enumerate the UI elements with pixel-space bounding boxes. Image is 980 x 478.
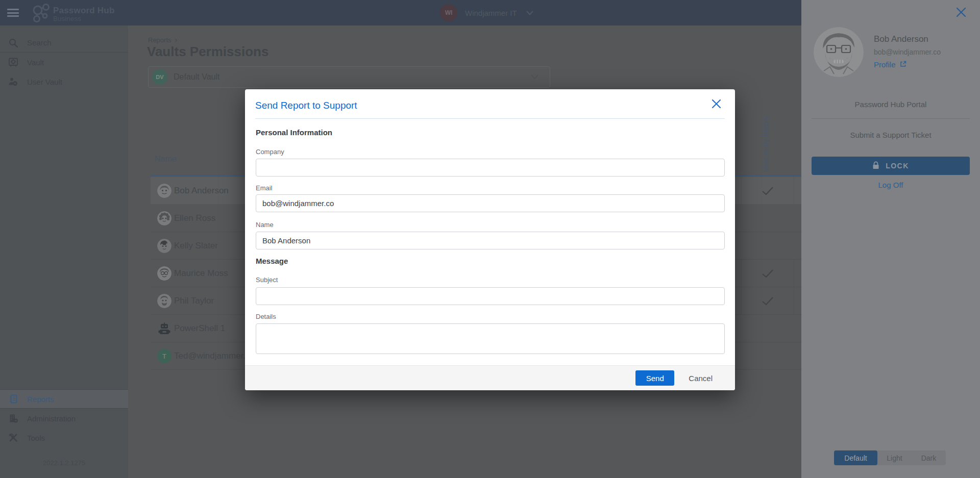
theme-default-button[interactable]: Default	[834, 450, 877, 465]
check-icon	[741, 177, 794, 204]
user-avatar-sketch	[157, 184, 172, 198]
check-icon	[741, 287, 794, 314]
avatar	[814, 27, 864, 77]
vault-selector-label: Default Vault	[174, 72, 219, 82]
initial-avatar: T	[157, 349, 172, 363]
lock-icon	[872, 161, 879, 171]
search-icon	[8, 38, 18, 48]
column-header-view-entry-history: View entry history	[762, 116, 770, 172]
chevron-down-icon	[531, 72, 538, 82]
vault-icon	[8, 57, 18, 67]
theme-light-button[interactable]: Light	[877, 450, 912, 465]
name-label: Name	[256, 221, 274, 229]
row-user-name: Ellen Ross	[174, 205, 215, 232]
breadcrumb-reports-link[interactable]: Reports	[148, 36, 172, 44]
reports-icon	[8, 394, 18, 404]
subject-label: Subject	[256, 276, 278, 284]
email-field[interactable]	[256, 194, 725, 212]
row-user-name: Phil Taylor	[174, 287, 214, 315]
sidebar-item-label: Reports	[27, 395, 54, 404]
close-icon[interactable]	[712, 99, 721, 108]
sidebar-item-label: Tools	[27, 434, 45, 442]
user-panel: Bob Anderson bob@windjammer.co Profile P…	[801, 0, 980, 478]
breadcrumb[interactable]: Reports ›	[148, 36, 177, 44]
org-name: Windjammer IT	[465, 9, 517, 17]
row-user-name: Ted@windjammer.ca	[174, 342, 255, 370]
theme-switcher: Default Light Dark	[834, 450, 946, 465]
row-user-name: Bob Anderson	[174, 177, 229, 205]
sidebar-item-tools[interactable]: Tools	[0, 428, 128, 447]
cancel-button[interactable]: Cancel	[689, 374, 713, 383]
company-label: Company	[256, 148, 284, 156]
send-report-dialog: Send Report to Support Personal Informat…	[245, 89, 735, 390]
panel-user-name: Bob Anderson	[874, 34, 928, 44]
org-avatar: WI	[440, 4, 457, 21]
row-user-name: Maurice Moss	[174, 260, 228, 287]
divider	[255, 118, 725, 119]
row-user-name: Kelly Slater	[174, 232, 218, 260]
company-field[interactable]	[256, 159, 725, 177]
app-title: Password Hub	[53, 6, 114, 15]
lock-button[interactable]: LOCK	[812, 157, 970, 175]
molecule-logo-icon	[32, 3, 50, 25]
email-label: Email	[256, 184, 273, 192]
user-avatar-sketch	[157, 239, 172, 253]
external-link-icon	[900, 60, 906, 69]
page-title: Vaults Permissions	[147, 44, 268, 60]
submit-support-ticket-link[interactable]: Submit a Support Ticket	[801, 131, 980, 139]
dialog-title: Send Report to Support	[255, 100, 357, 111]
administration-icon	[8, 413, 18, 423]
divider	[812, 118, 970, 119]
app-subtitle: Business	[53, 15, 114, 22]
details-field[interactable]	[256, 323, 725, 354]
row-user-name: PowerShell 1	[174, 315, 225, 342]
send-button[interactable]: Send	[635, 370, 674, 386]
user-vault-icon	[8, 77, 18, 87]
sidebar-item-label: User Vault	[27, 78, 62, 86]
sidebar-item-search[interactable]: Search	[0, 33, 128, 53]
robot-avatar	[157, 321, 172, 336]
user-avatar-sketch-glasses	[157, 266, 172, 281]
sidebar-item-label: Administration	[27, 414, 76, 423]
tools-icon	[8, 433, 18, 443]
section-personal-information: Personal Information	[256, 128, 332, 137]
org-switcher[interactable]: WI Windjammer IT	[440, 4, 533, 21]
panel-user-email: bob@windjammer.co	[874, 48, 941, 56]
column-header-name: Name	[155, 155, 177, 164]
check-icon	[741, 260, 794, 287]
log-off-link[interactable]: Log Off	[801, 181, 980, 189]
dialog-footer: Send Cancel	[245, 365, 735, 390]
section-message: Message	[256, 257, 288, 265]
name-field[interactable]	[256, 232, 725, 249]
password-hub-portal-link[interactable]: Password Hub Portal	[801, 100, 980, 109]
profile-link[interactable]: Profile	[874, 60, 906, 69]
close-icon[interactable]	[957, 8, 966, 17]
vault-avatar: DV	[152, 69, 167, 85]
user-avatar-sketch-beard	[157, 294, 172, 308]
sidebar: Search Vault User Vault Reports Administ…	[0, 26, 128, 478]
app-root: Password Hub Business WI Windjammer IT S…	[0, 0, 980, 478]
app-version: 2022.1.2.1275	[0, 459, 128, 467]
sidebar-item-label: Vault	[27, 58, 44, 67]
sidebar-item-label: Search	[27, 38, 52, 47]
user-avatar-sketch	[157, 211, 172, 225]
sidebar-item-vault[interactable]: Vault	[0, 53, 128, 72]
sidebar-item-user-vault[interactable]: User Vault	[0, 72, 128, 91]
menu-icon[interactable]	[7, 9, 19, 17]
sidebar-item-administration[interactable]: Administration	[0, 409, 128, 428]
subject-field[interactable]	[256, 287, 725, 305]
theme-dark-button[interactable]: Dark	[912, 450, 946, 465]
breadcrumb-chevron-icon: ›	[175, 37, 178, 43]
details-label: Details	[256, 313, 276, 320]
chevron-down-icon	[526, 8, 533, 17]
app-logo: Password Hub Business	[32, 3, 114, 25]
vault-selector-dropdown[interactable]: DV Default Vault	[148, 66, 550, 88]
sidebar-item-reports[interactable]: Reports	[0, 389, 128, 409]
